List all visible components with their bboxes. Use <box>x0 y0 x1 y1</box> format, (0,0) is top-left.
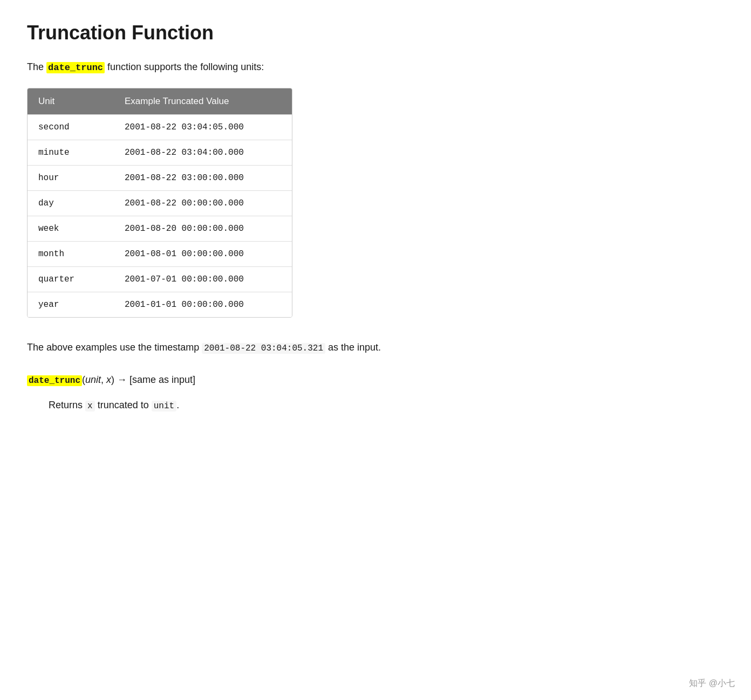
unit-cell: year <box>28 292 114 318</box>
value-cell: 2001-08-22 03:04:00.000 <box>114 140 292 166</box>
intro-before: The <box>27 61 46 72</box>
signature-highlight: date_trunc <box>27 375 82 386</box>
table-row: quarter2001-07-01 00:00:00.000 <box>28 267 292 292</box>
example-column-header: Example Truncated Value <box>114 88 292 115</box>
unit-cell: day <box>28 191 114 216</box>
table-row: year2001-01-01 00:00:00.000 <box>28 292 292 318</box>
signature-rest: (unit, x) → [same as input] <box>82 374 195 385</box>
returns-x: x <box>85 401 95 411</box>
value-cell: 2001-08-22 03:04:05.000 <box>114 115 292 140</box>
unit-column-header: Unit <box>28 88 114 115</box>
timestamp-code: 2001-08-22 03:04:05.321 <box>202 343 325 354</box>
returns-section: Returns x truncated to unit. <box>27 397 724 414</box>
returns-suffix: . <box>176 400 179 410</box>
value-cell: 2001-07-01 00:00:00.000 <box>114 267 292 292</box>
unit-cell: second <box>28 115 114 140</box>
value-cell: 2001-08-20 00:00:00.000 <box>114 216 292 242</box>
unit-cell: hour <box>28 166 114 191</box>
table-row: minute2001-08-22 03:04:00.000 <box>28 140 292 166</box>
returns-prefix: Returns <box>49 400 85 410</box>
returns-middle: truncated to <box>95 400 152 410</box>
function-signature: date_trunc(unit, x) → [same as input] <box>27 371 724 389</box>
table-row: month2001-08-01 00:00:00.000 <box>28 242 292 267</box>
table-body: second2001-08-22 03:04:05.000minute2001-… <box>28 115 292 318</box>
table-row: hour2001-08-22 03:00:00.000 <box>28 166 292 191</box>
table-row: day2001-08-22 00:00:00.000 <box>28 191 292 216</box>
below-paragraph: The above examples use the timestamp 200… <box>27 340 724 356</box>
table-row: week2001-08-20 00:00:00.000 <box>28 216 292 242</box>
units-table: Unit Example Truncated Value second2001-… <box>28 88 292 317</box>
table-row: second2001-08-22 03:04:05.000 <box>28 115 292 140</box>
page-title: Truncation Function <box>27 22 724 44</box>
value-cell: 2001-08-01 00:00:00.000 <box>114 242 292 267</box>
value-cell: 2001-08-22 00:00:00.000 <box>114 191 292 216</box>
table-header-row: Unit Example Truncated Value <box>28 88 292 115</box>
returns-unit: unit <box>152 401 176 411</box>
below-prefix: The above examples use the timestamp <box>27 342 202 353</box>
intro-paragraph: The date_trunc function supports the fol… <box>27 59 724 75</box>
value-cell: 2001-08-22 03:00:00.000 <box>114 166 292 191</box>
value-cell: 2001-01-01 00:00:00.000 <box>114 292 292 318</box>
unit-cell: week <box>28 216 114 242</box>
date-trunc-highlight: date_trunc <box>46 62 105 73</box>
unit-cell: month <box>28 242 114 267</box>
below-suffix: as the input. <box>325 342 381 353</box>
intro-after: function supports the following units: <box>105 61 264 72</box>
returns-text: Returns x truncated to unit. <box>49 397 724 414</box>
units-table-container: Unit Example Truncated Value second2001-… <box>27 88 292 318</box>
unit-cell: quarter <box>28 267 114 292</box>
unit-cell: minute <box>28 140 114 166</box>
